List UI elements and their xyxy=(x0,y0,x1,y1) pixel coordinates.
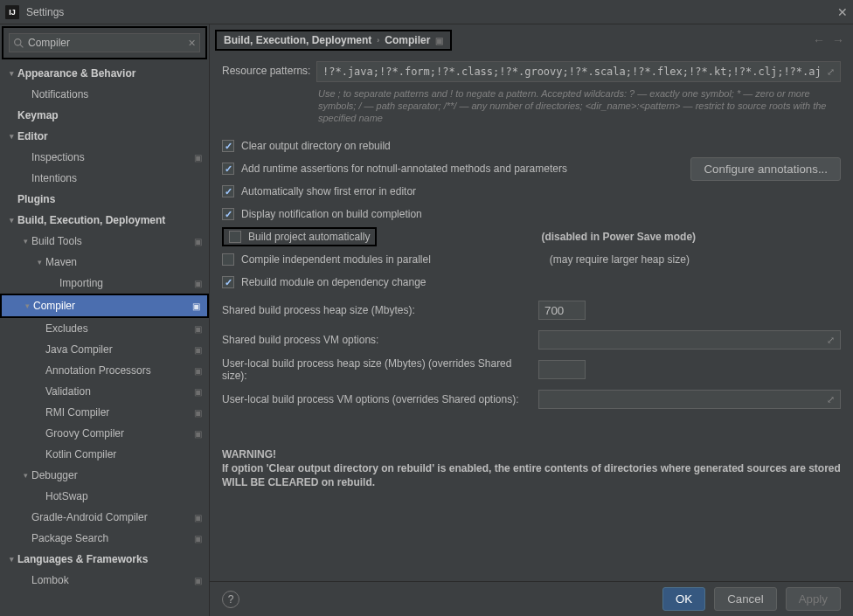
configure-annotations-button[interactable]: Configure annotations... xyxy=(690,157,841,181)
tree-compiler[interactable]: ▾Compiler▣ xyxy=(2,295,207,316)
tree-editor[interactable]: ▾Editor xyxy=(0,126,209,147)
resource-patterns-value: !?*.java;!?*.form;!?*.class;!?*.groovy;!… xyxy=(322,66,822,78)
tree-intentions[interactable]: ·Intentions xyxy=(0,168,209,189)
tree-gradleandroid[interactable]: ·Gradle-Android Compiler▣ xyxy=(0,507,209,528)
resource-patterns-hint: Use ; to separate patterns and ! to nega… xyxy=(222,87,841,124)
project-badge-icon: ▣ xyxy=(192,301,200,311)
checkbox-rebuild-dependency[interactable] xyxy=(222,276,234,288)
titlebar: IJ Settings ✕ xyxy=(0,0,853,24)
close-icon[interactable]: ✕ xyxy=(837,5,848,19)
checkbox-build-automatically[interactable] xyxy=(229,231,241,243)
tree-groovy[interactable]: ·Groovy Compiler▣ xyxy=(0,423,209,444)
warning-title: WARNING! xyxy=(222,447,841,461)
project-badge-icon: ▣ xyxy=(194,576,202,585)
tree-excludes[interactable]: ·Excludes▣ xyxy=(0,318,209,339)
breadcrumb-item[interactable]: Build, Execution, Deployment xyxy=(224,34,371,46)
ok-button[interactable]: OK xyxy=(662,587,705,611)
user-heap-label: User-local build process heap size (Mbyt… xyxy=(222,357,530,382)
expand-icon[interactable]: ⤢ xyxy=(827,335,835,346)
project-badge-icon: ▣ xyxy=(194,513,202,523)
tree-debugger[interactable]: ▾Debugger xyxy=(0,465,209,486)
svg-point-0 xyxy=(15,38,21,45)
shared-vm-label: Shared build process VM options: xyxy=(222,334,530,346)
checkbox-runtime-assertions[interactable] xyxy=(222,163,234,175)
clear-search-icon[interactable]: ✕ xyxy=(188,38,196,49)
warning-block: WARNING! If option 'Clear output directo… xyxy=(222,447,841,489)
project-badge-icon: ▣ xyxy=(194,153,202,163)
tree-kotlin[interactable]: ·Kotlin Compiler xyxy=(0,444,209,465)
tree-javacompiler[interactable]: ·Java Compiler▣ xyxy=(0,339,209,360)
app-icon: IJ xyxy=(5,5,19,19)
chevron-right-icon: › xyxy=(377,36,379,45)
label-compile-parallel: Compile independent modules in parallel xyxy=(241,253,431,266)
user-vm-label: User-local build process VM options (ove… xyxy=(222,393,530,405)
label-runtime-assertions: Add runtime assertions for notnull-annot… xyxy=(241,163,567,175)
tree-bed[interactable]: ▾Build, Execution, Deployment xyxy=(0,210,209,231)
sidebar: ✕ ▾Appearance & Behavior ·Notifications … xyxy=(0,24,210,616)
note-larger-heap: (may require larger heap size) xyxy=(550,253,690,266)
tree-importing[interactable]: ·Importing▣ xyxy=(0,273,209,294)
shared-vm-input[interactable]: ⤢ xyxy=(538,330,841,350)
project-badge-icon: ▣ xyxy=(194,324,202,334)
project-badge-icon: ▣ xyxy=(194,279,202,288)
search-icon xyxy=(13,38,24,49)
project-badge-icon: ▣ xyxy=(194,429,202,439)
window-title: Settings xyxy=(26,6,64,18)
label-show-first-error: Automatically show first error in editor xyxy=(241,185,416,197)
tree-keymap[interactable]: ·Keymap xyxy=(0,105,209,126)
label-rebuild-dependency: Rebuild module on dependency change xyxy=(241,276,426,288)
tree-hotswap[interactable]: ·HotSwap xyxy=(0,486,209,507)
label-build-automatically: Build project automatically xyxy=(248,231,370,243)
project-badge-icon: ▣ xyxy=(194,345,202,355)
project-badge-icon: ▣ xyxy=(194,366,202,376)
resource-patterns-label: Resource patterns: xyxy=(222,61,316,77)
dialog-footer: ? OK Cancel Apply xyxy=(210,581,853,616)
checkbox-clear-output[interactable] xyxy=(222,140,234,152)
search-input[interactable] xyxy=(28,37,184,49)
main-panel: Build, Execution, Deployment › Compiler … xyxy=(210,24,853,616)
tree-notifications[interactable]: ·Notifications xyxy=(0,84,209,105)
user-vm-input[interactable]: ⤢ xyxy=(538,390,841,409)
apply-button[interactable]: Apply xyxy=(786,587,841,611)
search-box[interactable]: ✕ xyxy=(9,33,200,52)
shared-heap-input[interactable] xyxy=(538,301,586,320)
breadcrumb: Build, Execution, Deployment › Compiler … xyxy=(215,30,452,51)
tree-maven[interactable]: ▾Maven xyxy=(0,252,209,273)
project-badge-icon: ▣ xyxy=(194,387,202,397)
tree-plugins[interactable]: ·Plugins xyxy=(0,189,209,210)
tree-langfw[interactable]: ▾Languages & Frameworks xyxy=(0,549,209,570)
svg-line-1 xyxy=(20,45,23,47)
tree-appearance[interactable]: ▾Appearance & Behavior xyxy=(0,63,209,84)
tree-buildtools[interactable]: ▾Build Tools▣ xyxy=(0,231,209,252)
project-badge-icon: ▣ xyxy=(194,408,202,418)
cancel-button[interactable]: Cancel xyxy=(714,587,777,611)
tree-inspections[interactable]: ·Inspections▣ xyxy=(0,147,209,168)
label-clear-output: Clear output directory on rebuild xyxy=(241,140,391,152)
tree-pkgsearch[interactable]: ·Package Search▣ xyxy=(0,528,209,549)
expand-icon[interactable]: ⤢ xyxy=(827,394,835,405)
project-badge-icon: ▣ xyxy=(194,237,202,246)
user-heap-input[interactable] xyxy=(538,360,586,379)
shared-heap-label: Shared build process heap size (Mbytes): xyxy=(222,304,530,316)
checkbox-display-notification[interactable] xyxy=(222,208,234,220)
warning-body: If option 'Clear output directory on reb… xyxy=(222,461,841,489)
tree-validation[interactable]: ·Validation▣ xyxy=(0,381,209,402)
checkbox-show-first-error[interactable] xyxy=(222,185,234,197)
project-badge-icon: ▣ xyxy=(435,36,443,45)
settings-tree: ▾Appearance & Behavior ·Notifications ·K… xyxy=(0,61,209,616)
tree-annproc[interactable]: ·Annotation Processors▣ xyxy=(0,360,209,381)
checkbox-compile-parallel[interactable] xyxy=(222,253,234,266)
nav-back-icon[interactable]: ← xyxy=(813,33,825,47)
label-display-notification: Display notification on build completion xyxy=(241,208,422,220)
help-icon[interactable]: ? xyxy=(222,591,239,608)
breadcrumb-item: Compiler xyxy=(385,34,430,46)
tree-rmi[interactable]: ·RMI Compiler▣ xyxy=(0,402,209,423)
project-badge-icon: ▣ xyxy=(194,534,202,543)
note-disabled-power-save: (disabled in Power Save mode) xyxy=(541,231,696,243)
resource-patterns-input[interactable]: !?*.java;!?*.form;!?*.class;!?*.groovy;!… xyxy=(316,61,841,82)
expand-icon[interactable]: ⤢ xyxy=(827,66,835,78)
tree-lombok[interactable]: ·Lombok▣ xyxy=(0,570,209,591)
nav-forward-icon[interactable]: → xyxy=(832,33,844,47)
